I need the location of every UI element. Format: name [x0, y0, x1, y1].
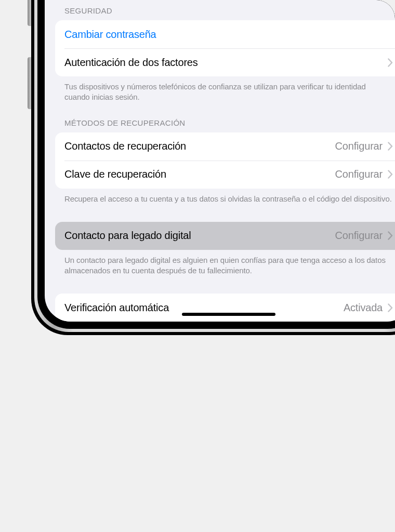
row-label: Autenticación de dos factores	[64, 57, 388, 69]
group-verification: Verificación automática Activada	[55, 294, 395, 322]
row-value: Configurar	[335, 230, 383, 242]
row-two-factor[interactable]: Autenticación de dos factores	[55, 48, 395, 76]
row-label: Clave de recuperación	[64, 168, 335, 180]
chevron-right-icon	[388, 170, 393, 179]
chevron-right-icon	[388, 231, 393, 240]
phone-frame: SEGURIDAD Cambiar contraseña Autenticaci…	[31, 0, 395, 335]
phone-bezel: SEGURIDAD Cambiar contraseña Autenticaci…	[34, 0, 395, 332]
row-label: Verificación automática	[64, 302, 344, 314]
phone-side-button	[28, 0, 31, 26]
section-footer-legacy: Un contacto para legado digital es algui…	[55, 250, 395, 280]
home-indicator[interactable]	[182, 313, 275, 316]
group-recovery: Contactos de recuperación Configurar Cla…	[55, 132, 395, 189]
phone-screen: SEGURIDAD Cambiar contraseña Autenticaci…	[45, 0, 395, 322]
chevron-right-icon	[388, 142, 393, 151]
row-recovery-key[interactable]: Clave de recuperación Configurar	[55, 161, 395, 189]
section-footer-recovery: Recupera el acceso a tu cuenta y a tus d…	[55, 189, 395, 207]
chevron-right-icon	[388, 303, 393, 312]
chevron-right-icon	[388, 58, 393, 67]
section-footer-security: Tus dispositivos y números telefónicos d…	[55, 76, 395, 106]
row-legacy-contact[interactable]: Contacto para legado digital Configurar	[55, 222, 395, 250]
spacer	[55, 207, 395, 222]
row-label: Contactos de recuperación	[64, 140, 335, 152]
row-auto-verification[interactable]: Verificación automática Activada	[55, 294, 395, 322]
spacer	[55, 279, 395, 294]
section-header-security: SEGURIDAD	[55, 0, 395, 20]
phone-inner: SEGURIDAD Cambiar contraseña Autenticaci…	[37, 0, 395, 329]
phone-side-button	[28, 57, 31, 109]
row-value: Configurar	[335, 140, 383, 152]
settings-content: SEGURIDAD Cambiar contraseña Autenticaci…	[45, 0, 395, 322]
row-value: Activada	[344, 302, 383, 314]
page-background: SEGURIDAD Cambiar contraseña Autenticaci…	[0, 0, 395, 532]
group-security: Cambiar contraseña Autenticación de dos …	[55, 20, 395, 76]
section-header-recovery: MÉTODOS DE RECUPERACIÓN	[55, 106, 395, 132]
row-change-password[interactable]: Cambiar contraseña	[55, 20, 395, 48]
row-value: Configurar	[335, 168, 383, 180]
row-label: Contacto para legado digital	[64, 230, 335, 242]
group-legacy: Contacto para legado digital Configurar	[55, 222, 395, 250]
row-label: Cambiar contraseña	[64, 29, 393, 41]
row-recovery-contacts[interactable]: Contactos de recuperación Configurar	[55, 132, 395, 161]
